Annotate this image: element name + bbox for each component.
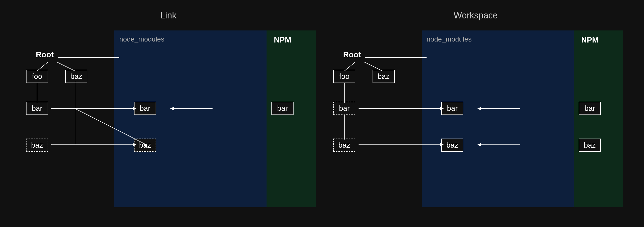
link-baz-dashed-root-box: baz (26, 139, 48, 152)
ws-bar-nm-box: bar (441, 102, 463, 115)
link-root-label: Root (36, 50, 54, 59)
workspace-npm-section: NPM bar baz (574, 31, 623, 207)
link-foo-box: foo (26, 70, 48, 83)
link-bar-npm-box: bar (272, 102, 294, 115)
link-node-modules-label: node_modules (119, 35, 164, 43)
link-body: Root foo baz bar baz node_modules bar ba… (21, 31, 316, 207)
main-container: Link Root foo baz bar baz node_modules b… (0, 0, 644, 227)
ws-baz-nm-box: baz (441, 139, 463, 152)
workspace-title: Workspace (454, 10, 498, 21)
link-diagram: Link Root foo baz bar baz node_modules b… (21, 10, 316, 217)
ws-baz-npm-box: baz (579, 139, 601, 152)
link-bar-nm-box: bar (134, 102, 156, 115)
workspace-npm-label: NPM (581, 35, 598, 45)
link-node-modules-section: node_modules bar baz (114, 31, 266, 207)
link-baz-nm-box: baz (134, 139, 156, 152)
link-root-section: Root foo baz bar baz (21, 31, 114, 207)
workspace-root-section: Root foo baz bar baz (328, 31, 422, 207)
ws-foo-box: foo (333, 70, 356, 83)
workspace-root-label: Root (343, 50, 361, 59)
workspace-body: Root foo baz bar baz node_modules bar ba… (328, 31, 623, 207)
workspace-node-modules-label: node_modules (426, 35, 472, 43)
link-title: Link (160, 10, 176, 21)
ws-bar-npm-box: bar (579, 102, 601, 115)
link-bar-root-box: bar (26, 102, 48, 115)
ws-bar-root-box: bar (333, 102, 356, 115)
link-baz-root-box: baz (65, 70, 87, 83)
workspace-node-modules-section: node_modules bar baz (422, 31, 574, 207)
ws-baz-root-box: baz (372, 70, 395, 83)
workspace-diagram: Workspace Root foo baz bar baz node_modu… (328, 10, 623, 217)
link-npm-label: NPM (274, 35, 291, 45)
ws-baz-dashed-root-box: baz (333, 139, 356, 152)
link-npm-section: NPM bar (266, 31, 316, 207)
